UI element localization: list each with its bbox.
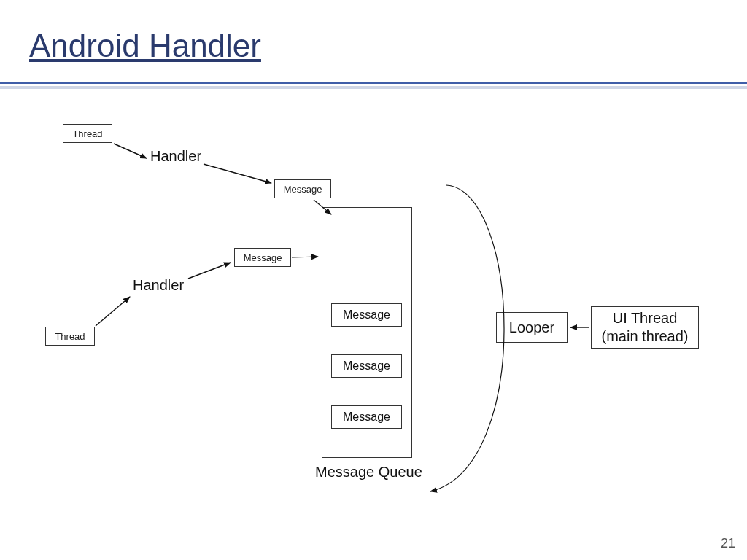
slide-container: Android Handler Thread Handler Message M… xyxy=(0,0,747,560)
arrow-message-mid-to-queue xyxy=(292,257,318,257)
thread-box-bottom: Thread xyxy=(45,327,95,346)
queue-message-2: Message xyxy=(331,354,402,378)
arrow-thread-top-to-handler xyxy=(114,144,147,158)
diagram-container: Thread Handler Message Message Handler T… xyxy=(0,0,747,560)
ui-thread-line2: (main thread) xyxy=(602,327,689,346)
handler-label-top: Handler xyxy=(150,148,201,165)
ui-thread-box: UI Thread (main thread) xyxy=(591,306,699,349)
arrow-handler-top-to-message xyxy=(204,164,271,183)
arrow-handler-bottom-to-message xyxy=(188,262,231,279)
queue-message-3: Message xyxy=(331,405,402,429)
arrow-thread-bottom-to-handler xyxy=(96,297,130,326)
message-box-mid: Message xyxy=(234,248,291,267)
queue-message-1: Message xyxy=(331,303,402,327)
message-box-top: Message xyxy=(274,179,331,198)
page-number: 21 xyxy=(721,536,735,551)
ui-thread-line1: UI Thread xyxy=(613,309,678,327)
message-queue-label: Message Queue xyxy=(315,464,422,481)
looper-box: Looper xyxy=(496,312,568,343)
thread-box-top: Thread xyxy=(63,124,112,143)
handler-label-bottom: Handler xyxy=(133,277,184,294)
arrow-looper-loop xyxy=(430,185,504,491)
